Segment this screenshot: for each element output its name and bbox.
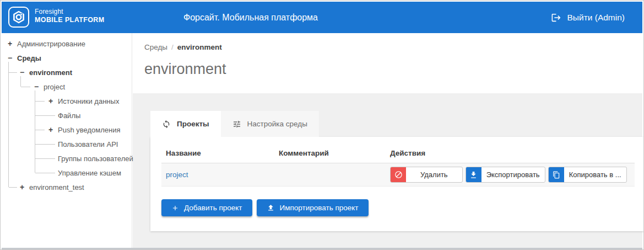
row-actions: Удалить Экспортировать [386, 167, 635, 183]
tree-item-data-sources[interactable]: + Источники данных [2, 94, 132, 108]
tab-label: Настройка среды [247, 120, 307, 128]
logo-line2: MOBILE PLATFORM [35, 16, 105, 25]
tree-item-label: Управление кэшем [58, 169, 121, 177]
table-row: project Удалить [161, 163, 635, 187]
collapse-icon[interactable]: − [6, 54, 14, 62]
copy-icon [549, 167, 564, 182]
upload-icon [267, 204, 275, 212]
delete-button[interactable]: Удалить [390, 167, 463, 183]
export-button[interactable]: Экспортировать [466, 167, 545, 183]
copy-to-button[interactable]: Копировать в ... [548, 167, 627, 183]
export-button-label: Экспортировать [481, 167, 545, 182]
tab-projects[interactable]: Проекты [150, 111, 221, 137]
tree-item-label: Пользователи API [58, 140, 118, 148]
sidebar-tree: + Администрирование − Среды − environmen… [2, 33, 132, 248]
expand-icon[interactable]: + [47, 125, 55, 134]
collapse-icon[interactable]: − [33, 82, 40, 91]
logo-line1: Foresight [35, 8, 105, 16]
window-bottom-edge [2, 248, 642, 249]
import-project-button[interactable]: Импортировать проект [257, 199, 369, 216]
tab-label: Проекты [177, 120, 209, 128]
page-title: environment [144, 61, 642, 78]
tree-item-label: project [44, 83, 65, 91]
tune-icon [232, 120, 241, 129]
column-header-comment: Комментарий [274, 149, 386, 157]
refresh-icon[interactable] [162, 120, 171, 129]
page-header-section: Среды/environment environment [133, 33, 642, 93]
add-project-button[interactable]: Добавить проект [161, 199, 252, 216]
tree-item-label: environment [29, 68, 72, 77]
tree-item-label: Группы пользователей [58, 155, 133, 163]
main-content: Среды/environment environment Проекты [133, 33, 642, 248]
app-body: + Администрирование − Среды − environmen… [2, 33, 642, 248]
panel-footer: Добавить проект Импортировать проект [161, 199, 635, 216]
tree-item-user-groups[interactable]: Группы пользователей [2, 151, 132, 166]
collapse-icon[interactable]: − [18, 68, 26, 77]
app-window: Foresight MOBILE PLATFORM Форсайт. Мобил… [0, 0, 644, 250]
tree-item-label: Источники данных [58, 97, 119, 105]
breadcrumb-environments-link[interactable]: Среды [144, 43, 167, 51]
tree-item-label: environment_test [29, 183, 84, 192]
tree-item-label: Push уведомления [58, 126, 121, 134]
app-title: Форсайт. Мобильная платформа [183, 13, 318, 23]
table-header: Название Комментарий Действия [161, 143, 635, 163]
breadcrumb-separator: / [171, 43, 174, 51]
logout-button[interactable]: Выйти (Admin) [551, 12, 625, 23]
projects-panel: Название Комментарий Действия project [150, 137, 644, 231]
expand-icon[interactable]: + [47, 97, 55, 105]
download-icon [466, 167, 481, 182]
tree-item-api-users[interactable]: Пользователи API [2, 137, 132, 151]
expand-icon[interactable]: + [6, 39, 14, 48]
import-project-label: Импортировать проект [280, 204, 359, 212]
tab-bar: Проекты Настройка среды [150, 111, 642, 137]
tree-item-project[interactable]: − project [2, 79, 132, 94]
tree-item-cache-management[interactable]: Управление кэшем [2, 166, 132, 180]
logout-label: Выйти (Admin) [567, 13, 625, 23]
column-header-name: Название [161, 149, 274, 157]
block-icon [391, 167, 406, 182]
tree-item-label: Файлы [58, 111, 80, 120]
tree-item-label: Среды [17, 54, 41, 62]
column-header-actions: Действия [386, 149, 635, 157]
tab-environment-settings[interactable]: Настройка среды [221, 111, 319, 137]
app-logo: Foresight MOBILE PLATFORM [35, 8, 105, 25]
expand-icon[interactable]: + [18, 183, 26, 192]
breadcrumb-current: environment [177, 43, 222, 51]
delete-button-label: Удалить [406, 167, 462, 182]
app-header: Foresight MOBILE PLATFORM Форсайт. Мобил… [2, 2, 642, 33]
app-logo-icon [8, 7, 29, 28]
tree-item-environment-test[interactable]: + environment_test [2, 180, 132, 194]
add-project-label: Добавить проект [184, 204, 242, 212]
content-area: Проекты Настройка среды Название Коммент… [133, 93, 642, 248]
copy-to-button-label: Копировать в ... [564, 167, 626, 182]
plus-icon [171, 204, 179, 212]
project-link[interactable]: project [166, 171, 188, 179]
tree-item-administration[interactable]: + Администрирование [2, 36, 132, 51]
tree-item-environments[interactable]: − Среды [2, 51, 132, 65]
sign-out-icon [551, 12, 561, 23]
tree-item-files[interactable]: Файлы [2, 108, 132, 123]
tree-item-environment[interactable]: − environment [2, 65, 132, 79]
tree-item-push-notifications[interactable]: + Push уведомления [2, 123, 132, 137]
tree-item-label: Администрирование [17, 40, 85, 48]
breadcrumb: Среды/environment [144, 43, 642, 51]
